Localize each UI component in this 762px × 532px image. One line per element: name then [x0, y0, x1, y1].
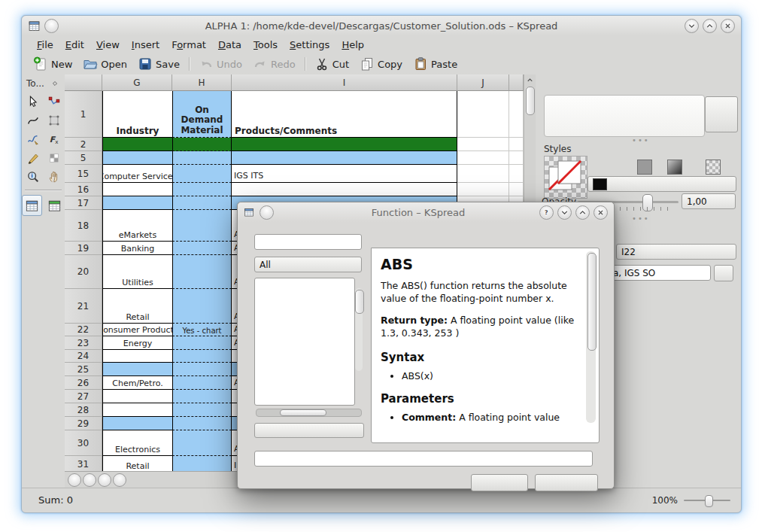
cell-i15[interactable]: IGS ITS [232, 165, 457, 183]
cell-partial[interactable] [509, 165, 524, 183]
previous-sheet-button[interactable] [83, 473, 96, 487]
cell-g25[interactable] [102, 363, 172, 376]
maximize-button[interactable] [703, 19, 717, 33]
solid-fill-button[interactable] [637, 160, 652, 175]
cell-i2[interactable] [232, 138, 457, 151]
formula-input[interactable] [254, 451, 593, 467]
cell-h29[interactable] [172, 417, 232, 430]
calligraphy-tool[interactable] [24, 149, 42, 166]
function-list[interactable] [254, 278, 355, 406]
next-sheet-button[interactable] [98, 473, 111, 487]
row-header-25[interactable]: 25 [65, 363, 102, 376]
cell-editor-expand-button[interactable] [714, 265, 733, 281]
scrollbar-thumb[interactable] [355, 290, 364, 314]
cell-g31[interactable]: Retail [102, 456, 172, 471]
close-docker-icon[interactable] [726, 78, 738, 90]
cell-h5[interactable] [172, 151, 232, 165]
cell-g23[interactable]: Energy [102, 336, 172, 350]
cell-g1[interactable]: Industry [102, 91, 172, 138]
minimize-button[interactable] [557, 205, 572, 220]
cell-h19[interactable] [172, 242, 232, 255]
cell-h17[interactable] [172, 196, 232, 210]
menu-data[interactable]: Data [212, 37, 247, 53]
styles-docker-header[interactable]: Styles [544, 142, 738, 156]
cell-g29[interactable] [102, 417, 172, 430]
row-header-5[interactable]: 5 [65, 151, 102, 165]
add-shape-docker-header[interactable] [542, 77, 738, 90]
cell-h28[interactable] [172, 403, 232, 417]
toolbar-open-button[interactable]: Open [77, 55, 132, 73]
stroke-color-combobox[interactable] [587, 176, 736, 192]
cell-g28[interactable] [102, 403, 172, 417]
formula-tool[interactable]: Fx [45, 130, 63, 147]
toolbar-new-button[interactable]: New [28, 55, 77, 73]
zoom-tool[interactable]: i [24, 168, 42, 185]
cell-g19[interactable]: Banking [102, 242, 172, 255]
toolbar-undo-button[interactable]: Undo [193, 55, 247, 73]
cell-j15[interactable] [457, 165, 509, 183]
cell-h30[interactable] [172, 430, 232, 456]
cell-h18[interactable] [172, 210, 232, 242]
insert-function-button[interactable] [254, 423, 364, 438]
cell-partial[interactable] [509, 138, 524, 151]
cell-g30[interactable]: Electronics [102, 430, 172, 456]
row-column-corner[interactable] [65, 74, 102, 91]
zoom-slider[interactable] [684, 494, 730, 506]
cell-g26[interactable]: Chem/Petro. [102, 376, 172, 390]
row-header-29[interactable]: 29 [65, 417, 102, 430]
freehand-tool[interactable] [24, 130, 42, 147]
column-header-g[interactable]: G [102, 74, 172, 91]
cell-g20[interactable]: Utilities [102, 255, 172, 289]
cell-editor-input[interactable] [609, 265, 711, 281]
cell-j2[interactable] [457, 138, 509, 151]
column-header-h[interactable]: H [172, 74, 232, 91]
select-tool[interactable] [24, 93, 42, 110]
menu-view[interactable]: View [90, 37, 126, 53]
main-titlebar[interactable]: ALPHA 1: /home/kde-devel/Descargas/Custo… [22, 16, 741, 35]
cell-h26[interactable] [172, 376, 232, 390]
menu-help[interactable]: Help [335, 37, 370, 53]
cell-g24[interactable] [102, 350, 172, 363]
cell-i16[interactable] [232, 183, 457, 196]
float-docker-icon[interactable] [714, 143, 726, 155]
close-docker-icon[interactable] [726, 143, 738, 155]
cell-partial[interactable] [509, 151, 524, 165]
toolbar-copy-button[interactable]: Copy [354, 55, 408, 73]
function-list-scrollbar[interactable] [354, 278, 364, 403]
toolbar-paste-button[interactable]: Paste [408, 55, 463, 73]
column-header-j[interactable]: J [457, 74, 509, 91]
curve-tool[interactable] [24, 111, 42, 129]
cell-g15[interactable]: Computer Services [102, 165, 172, 183]
dialog-titlebar[interactable]: Function – KSpread ? [238, 202, 614, 222]
scroll-up-icon[interactable] [524, 75, 536, 84]
last-sheet-button[interactable] [113, 473, 126, 487]
scrollbar-thumb[interactable] [526, 87, 535, 115]
cancel-button[interactable] [535, 474, 598, 491]
cell-g17[interactable] [102, 196, 172, 210]
cell-h25[interactable] [172, 363, 232, 376]
calendar-tool-button[interactable] [44, 195, 65, 216]
menu-tools[interactable]: Tools [247, 37, 284, 53]
maximize-button[interactable] [575, 205, 590, 220]
row-header-28[interactable]: 28 [65, 403, 102, 417]
cell-partial[interactable] [509, 91, 524, 138]
row-header-26[interactable]: 26 [65, 376, 102, 390]
pattern-fill-button[interactable] [706, 160, 721, 175]
shape-collection-button[interactable] [705, 96, 738, 132]
connector-tool[interactable] [45, 93, 63, 110]
cell-h16[interactable] [172, 183, 232, 196]
cell-h1[interactable]: On Demand Material [172, 91, 232, 138]
cell-h22[interactable]: Yes - chart [172, 324, 232, 336]
table-tool-button[interactable] [22, 195, 42, 216]
row-header-17[interactable]: 17 [65, 196, 102, 210]
row-header-27[interactable]: 27 [65, 390, 102, 403]
cell-i5[interactable] [232, 151, 457, 165]
first-sheet-button[interactable] [68, 473, 81, 487]
menu-format[interactable]: Format [165, 37, 212, 53]
toolbar-save-button[interactable]: Save [132, 55, 185, 73]
row-header-22[interactable]: 22 [65, 324, 102, 336]
ok-button[interactable] [471, 474, 528, 491]
toolbar-redo-button[interactable]: Redo [247, 55, 301, 73]
column-header-i[interactable]: I [232, 74, 457, 91]
close-button[interactable] [721, 19, 735, 33]
